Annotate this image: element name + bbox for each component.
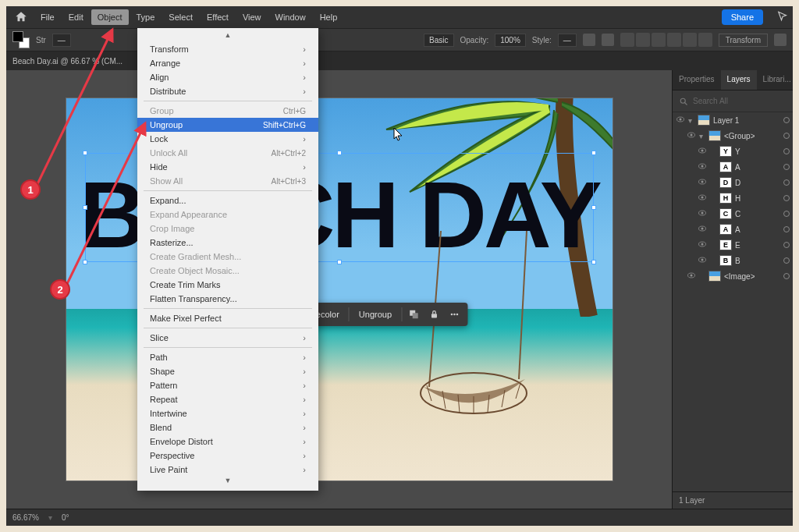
menu-item-transform[interactable]: Transform bbox=[137, 42, 318, 56]
menu-item-rasterize-[interactable]: Rasterize... bbox=[137, 236, 318, 250]
menu-scroll-up-icon[interactable]: ▲ bbox=[137, 31, 318, 42]
ctx-ungroup[interactable]: Ungroup bbox=[351, 307, 400, 322]
target-icon[interactable] bbox=[783, 211, 790, 217]
menu-file[interactable]: File bbox=[34, 9, 61, 25]
menu-item-path[interactable]: Path bbox=[137, 350, 318, 364]
opacity-value[interactable]: 100% bbox=[495, 34, 526, 47]
menu-item-shape[interactable]: Shape bbox=[137, 364, 318, 378]
layer-row[interactable]: EE bbox=[673, 237, 793, 253]
svg-point-40 bbox=[691, 275, 693, 277]
align-bottom-icon[interactable] bbox=[698, 33, 712, 47]
target-icon[interactable] bbox=[783, 273, 790, 279]
menu-item-envelope-distort[interactable]: Envelope Distort bbox=[137, 434, 318, 449]
target-icon[interactable] bbox=[783, 133, 790, 139]
ctx-lock-icon[interactable] bbox=[424, 306, 444, 323]
visibility-icon[interactable] bbox=[698, 239, 707, 250]
ctx-more-icon[interactable] bbox=[444, 306, 464, 323]
menu-item-repeat[interactable]: Repeat bbox=[137, 392, 318, 406]
target-icon[interactable] bbox=[783, 242, 790, 248]
layer-row[interactable]: AA bbox=[673, 222, 793, 237]
selection-tool-icon[interactable] bbox=[776, 10, 790, 24]
menu-item-expand-[interactable]: Expand... bbox=[137, 193, 318, 207]
zoom-level[interactable]: 66.67% bbox=[12, 513, 39, 522]
menu-item-distribute[interactable]: Distribute bbox=[137, 84, 318, 98]
layers-search[interactable]: Search All bbox=[673, 90, 793, 112]
target-icon[interactable] bbox=[783, 257, 790, 264]
menu-item-live-paint[interactable]: Live Paint bbox=[137, 463, 318, 477]
menu-help[interactable]: Help bbox=[314, 9, 344, 25]
tab-libraries[interactable]: Librari... bbox=[757, 70, 797, 90]
align-right-icon[interactable] bbox=[652, 33, 666, 47]
visibility-icon[interactable] bbox=[698, 193, 707, 204]
menu-item-hide[interactable]: Hide bbox=[137, 160, 318, 174]
target-icon[interactable] bbox=[783, 148, 790, 154]
rotation[interactable]: 0° bbox=[62, 513, 69, 522]
graphic-style[interactable]: — bbox=[558, 34, 577, 47]
menu-object[interactable]: Object bbox=[91, 9, 129, 25]
menu-view[interactable]: View bbox=[236, 9, 268, 25]
menu-item-ungroup[interactable]: UngroupShift+Ctrl+G bbox=[137, 118, 318, 132]
align-hcenter-icon[interactable] bbox=[636, 33, 650, 47]
layer-row[interactable]: ▾Layer 1 bbox=[673, 112, 793, 128]
visibility-icon[interactable] bbox=[698, 255, 707, 266]
stroke-weight[interactable]: — bbox=[52, 34, 71, 47]
search-placeholder: Search All bbox=[693, 97, 728, 105]
menu-item-create-trim-marks[interactable]: Create Trim Marks bbox=[137, 278, 318, 292]
visibility-icon[interactable] bbox=[687, 271, 696, 282]
menu-item-slice[interactable]: Slice bbox=[137, 331, 318, 345]
tab-layers[interactable]: Layers bbox=[721, 70, 757, 90]
canvas-area[interactable]: BEACH DAY bbox=[6, 70, 672, 509]
layer-row[interactable]: BB bbox=[673, 253, 793, 268]
menu-item-align[interactable]: Align bbox=[137, 70, 318, 84]
ctx-arrange-icon[interactable] bbox=[403, 306, 424, 323]
target-icon[interactable] bbox=[783, 117, 790, 123]
document-tab[interactable]: Beach Day.ai @ 66.67 % (CM... bbox=[12, 57, 123, 66]
target-icon[interactable] bbox=[783, 179, 790, 186]
transform-button[interactable]: Transform bbox=[719, 34, 768, 47]
target-icon[interactable] bbox=[783, 164, 790, 170]
menu-select[interactable]: Select bbox=[162, 9, 199, 25]
menu-item-pattern[interactable]: Pattern bbox=[137, 378, 318, 392]
tab-properties[interactable]: Properties bbox=[673, 70, 721, 90]
menu-item-intertwine[interactable]: Intertwine bbox=[137, 406, 318, 420]
home-icon[interactable] bbox=[14, 10, 28, 24]
visibility-icon[interactable] bbox=[698, 177, 707, 188]
layer-row[interactable]: DD bbox=[673, 175, 793, 190]
visibility-icon[interactable] bbox=[676, 115, 685, 126]
visibility-icon[interactable] bbox=[698, 224, 707, 235]
fill-stroke-swatch[interactable] bbox=[12, 31, 30, 48]
align-vcenter-icon[interactable] bbox=[683, 33, 697, 47]
variable-width-profile[interactable]: Basic bbox=[424, 34, 453, 47]
expand-chevron-icon[interactable]: ▾ bbox=[699, 132, 705, 140]
visibility-icon[interactable] bbox=[687, 130, 696, 141]
visibility-icon[interactable] bbox=[698, 161, 707, 172]
menu-window[interactable]: Window bbox=[269, 9, 312, 25]
menu-type[interactable]: Type bbox=[130, 9, 162, 25]
menu-effect[interactable]: Effect bbox=[201, 9, 235, 25]
menu-edit[interactable]: Edit bbox=[62, 9, 90, 25]
more-options-icon[interactable] bbox=[774, 34, 787, 46]
target-icon[interactable] bbox=[783, 226, 790, 232]
align-left-icon[interactable] bbox=[620, 33, 634, 47]
doc-setup-icon[interactable] bbox=[583, 34, 595, 46]
visibility-icon[interactable] bbox=[698, 146, 707, 157]
visibility-icon[interactable] bbox=[698, 208, 707, 219]
menu-item-blend[interactable]: Blend bbox=[137, 420, 318, 434]
menu-item-make-pixel-perfect[interactable]: Make Pixel Perfect bbox=[137, 311, 318, 325]
menu-item-arrange[interactable]: Arrange bbox=[137, 56, 318, 70]
layer-row[interactable]: CC bbox=[673, 206, 793, 222]
layer-row[interactable]: AA bbox=[673, 159, 793, 175]
menu-item-flatten-transparency-[interactable]: Flatten Transparency... bbox=[137, 292, 318, 306]
layer-row[interactable]: ▾<Group> bbox=[673, 128, 793, 144]
preferences-icon[interactable] bbox=[602, 34, 614, 46]
share-button[interactable]: Share bbox=[722, 9, 763, 25]
layer-row[interactable]: YY bbox=[673, 144, 793, 159]
layer-row[interactable]: <Image> bbox=[673, 268, 793, 284]
expand-chevron-icon[interactable]: ▾ bbox=[688, 116, 694, 125]
menu-item-lock[interactable]: Lock bbox=[137, 132, 318, 146]
layer-row[interactable]: HH bbox=[673, 190, 793, 206]
menu-item-perspective[interactable]: Perspective bbox=[137, 449, 318, 463]
align-top-icon[interactable] bbox=[667, 33, 681, 47]
menu-scroll-down-icon[interactable]: ▼ bbox=[137, 477, 318, 488]
target-icon[interactable] bbox=[783, 195, 790, 201]
